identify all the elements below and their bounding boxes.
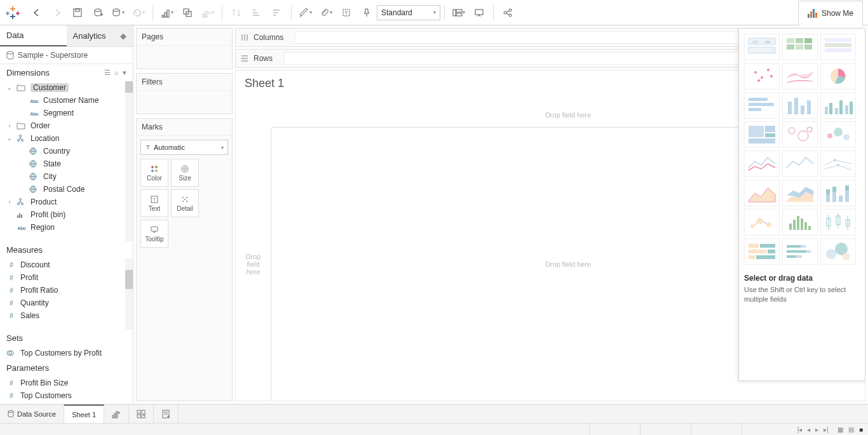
mark-detail-button[interactable]: Detail (171, 189, 199, 217)
sort-asc-button[interactable] (248, 4, 266, 22)
new-dashboard-tab[interactable] (129, 405, 154, 423)
mark-color-button[interactable]: Color (140, 159, 168, 187)
datasource-name: Sample - Superstore (18, 51, 88, 60)
new-story-tab[interactable] (154, 405, 179, 423)
showme-viz-3[interactable] (744, 63, 780, 90)
field-region[interactable]: AbcRegion (0, 221, 133, 234)
svg-rect-150 (804, 222, 807, 230)
showme-viz-12[interactable] (744, 151, 780, 177)
view-list-icon[interactable]: ☰ (104, 69, 111, 77)
showme-viz-4[interactable] (782, 63, 818, 90)
sheet1-tab[interactable]: Sheet 1 (64, 405, 104, 423)
field-customer-name[interactable]: AbcCustomer Name (0, 94, 133, 107)
showme-viz-1[interactable] (782, 34, 818, 60)
show-cards-button[interactable]: ▾ (450, 4, 468, 22)
refresh-button[interactable]: ▾ (130, 4, 147, 22)
field-profit-bin-[interactable]: Profit (bin) (0, 208, 133, 221)
field-discount[interactable]: #Discount (0, 258, 133, 271)
label-button[interactable]: T (337, 4, 355, 22)
sort-desc-button[interactable] (268, 4, 286, 22)
field-location[interactable]: ⌄Location (0, 132, 133, 145)
svg-rect-147 (793, 220, 796, 230)
svg-rect-151 (808, 226, 811, 230)
mark-type-dropdown[interactable]: TAutomatic ▾ (140, 140, 228, 155)
svg-point-62 (18, 203, 20, 205)
share-button[interactable] (499, 4, 517, 22)
svg-text:T: T (153, 197, 156, 203)
showme-viz-23[interactable] (820, 238, 856, 265)
field-state[interactable]: State (0, 157, 133, 170)
new-worksheet-tab[interactable] (104, 405, 129, 423)
swap-button[interactable] (227, 4, 245, 22)
search-icon[interactable]: ⌕ (114, 69, 119, 77)
svg-rect-35 (475, 10, 483, 15)
field-profit-bin-size[interactable]: #Profit Bin Size (0, 377, 133, 389)
showme-viz-15[interactable] (744, 180, 780, 206)
redo-button[interactable] (48, 4, 66, 22)
svg-line-145 (763, 222, 766, 224)
fit-dropdown[interactable]: Standard▾ (377, 5, 440, 20)
showme-viz-11[interactable] (820, 121, 856, 148)
showme-viz-13[interactable] (782, 151, 818, 177)
datasource-row[interactable]: Sample - Superstore (0, 47, 133, 64)
canvas-rows-drop[interactable]: Drop field here (236, 128, 271, 401)
showme-viz-18[interactable] (744, 209, 780, 236)
showme-viz-2[interactable] (820, 34, 856, 60)
field-top-customers[interactable]: #Top Customers (0, 389, 133, 402)
field-top-customers-by-profit[interactable]: Top Customers by Profit (0, 347, 133, 359)
svg-rect-94 (787, 38, 794, 43)
showme-viz-8[interactable] (820, 92, 856, 119)
clear-button[interactable]: ▾ (199, 4, 217, 22)
showme-viz-14[interactable] (820, 151, 856, 177)
showme-viz-22[interactable] (782, 238, 818, 265)
menu-icon[interactable]: ▾ (123, 69, 126, 77)
showme-viz-7[interactable] (782, 92, 818, 119)
field-profit-ratio[interactable]: #Profit Ratio (0, 284, 133, 297)
new-datasource-button[interactable] (89, 4, 107, 22)
save-button[interactable] (69, 4, 86, 22)
duplicate-button[interactable] (179, 4, 196, 22)
attach-button[interactable]: ▾ (317, 4, 335, 22)
analytics-tab[interactable]: Analytics◆ (67, 25, 133, 46)
new-worksheet-button[interactable]: ▾ (158, 4, 176, 22)
field-city[interactable]: City (0, 170, 133, 183)
undo-button[interactable] (28, 4, 46, 22)
show-me-button[interactable]: Show Me (798, 1, 863, 26)
showme-viz-16[interactable] (782, 180, 818, 206)
showme-viz-10[interactable] (782, 121, 818, 148)
showme-viz-0[interactable]: 123456 (744, 34, 780, 60)
measures-header: Measures (0, 241, 133, 258)
field-country[interactable]: Country (0, 145, 133, 157)
status-nav-icons[interactable]: |◂◂▸▸| ▦▤■ (792, 424, 868, 435)
mark-tooltip-button[interactable]: Tooltip (140, 220, 168, 248)
parameters-header: Parameters (0, 359, 133, 377)
mark-text-button[interactable]: TText (140, 189, 168, 217)
showme-viz-6[interactable] (744, 92, 780, 119)
field-customer[interactable]: ⌄Customer (0, 81, 133, 94)
field-postal-code[interactable]: Postal Code (0, 183, 133, 196)
pages-shelf[interactable]: Pages (136, 28, 233, 69)
presentation-button[interactable] (470, 4, 488, 22)
field-segment[interactable]: AbcSegment (0, 107, 133, 119)
field-product[interactable]: ›Product (0, 196, 133, 208)
svg-rect-16 (167, 10, 169, 17)
showme-viz-20[interactable] (820, 209, 856, 236)
field-quantity[interactable]: #Quantity (0, 297, 133, 309)
filters-shelf[interactable]: Filters (136, 73, 233, 114)
pin-button[interactable] (358, 4, 376, 22)
data-tab[interactable]: Data (0, 25, 67, 46)
mark-size-button[interactable]: Size (171, 159, 199, 187)
svg-rect-14 (162, 15, 164, 17)
field-sales[interactable]: #Sales (0, 309, 133, 322)
showme-viz-17[interactable] (820, 180, 856, 206)
showme-viz-5[interactable] (820, 63, 856, 90)
field-order[interactable]: ›Order (0, 119, 133, 132)
showme-viz-9[interactable] (744, 121, 780, 148)
showme-viz-19[interactable] (782, 209, 818, 236)
field-profit[interactable]: #Profit (0, 271, 133, 284)
pause-updates-button[interactable]: ▾ (109, 4, 127, 22)
data-pane: Data Analytics◆ Sample - Superstore Dime… (0, 25, 133, 404)
highlight-button[interactable]: ▾ (297, 4, 315, 22)
data-source-tab[interactable]: Data Source (0, 405, 64, 423)
showme-viz-21[interactable] (744, 238, 780, 265)
